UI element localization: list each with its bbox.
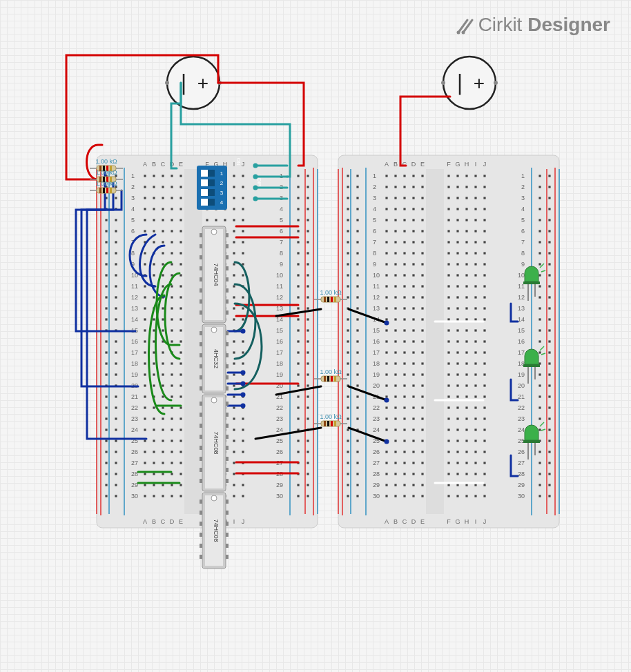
- svg-rect-795: [347, 362, 349, 364]
- svg-rect-249: [171, 329, 173, 331]
- svg-rect-490: [233, 495, 235, 497]
- svg-text:30: 30: [131, 493, 138, 500]
- svg-rect-937: [421, 451, 423, 453]
- svg-rect-43: [179, 186, 182, 188]
- svg-rect-629: [403, 241, 405, 243]
- svg-rect-236: [242, 318, 244, 320]
- svg-rect-602: [483, 219, 485, 221]
- svg-rect-866: [447, 406, 449, 408]
- svg-rect-1001: [421, 495, 423, 497]
- svg-rect-577: [385, 208, 387, 210]
- svg-rect-1065: [226, 299, 229, 304]
- ic-chip: 74HC08: [200, 493, 229, 569]
- svg-rect-303: [297, 373, 299, 375]
- svg-rect-646: [465, 252, 467, 254]
- svg-rect-77: [105, 219, 107, 221]
- svg-rect-217: [171, 307, 173, 309]
- svg-rect-929: [385, 451, 387, 453]
- svg-rect-813: [538, 373, 541, 375]
- brand-logo: Cirkit Designer: [455, 14, 610, 36]
- svg-rect-673: [385, 274, 387, 276]
- svg-rect-78: [115, 219, 117, 221]
- svg-rect-265: [171, 340, 173, 342]
- svg-text:16: 16: [373, 338, 380, 345]
- svg-text:17: 17: [518, 349, 525, 356]
- svg-rect-1108: [200, 500, 202, 504]
- svg-rect-738: [447, 318, 449, 320]
- svg-rect-841: [421, 384, 423, 386]
- svg-rect-536: [474, 175, 476, 177]
- svg-rect-966: [465, 473, 467, 475]
- power-source: |+: [441, 57, 498, 109]
- svg-rect-275: [144, 351, 146, 353]
- svg-rect-405: [153, 439, 155, 442]
- svg-rect-309: [153, 373, 155, 375]
- svg-rect-1114: [200, 533, 202, 537]
- svg-rect-399: [297, 439, 299, 442]
- svg-rect-526: [548, 175, 550, 177]
- svg-text:13: 13: [131, 305, 138, 312]
- svg-rect-446: [115, 473, 117, 475]
- svg-rect-121: [171, 241, 173, 243]
- circuit-canvas[interactable]: 1122334455667788991010111112121313141415…: [0, 0, 631, 672]
- svg-rect-805: [403, 362, 405, 364]
- svg-rect-1056: [200, 255, 202, 259]
- svg-rect-474: [233, 484, 235, 486]
- svg-rect-416: [307, 451, 309, 453]
- svg-rect-705: [385, 296, 387, 298]
- svg-rect-240: [307, 329, 309, 331]
- svg-rect-80: [307, 219, 309, 221]
- svg-text:5: 5: [521, 217, 525, 224]
- svg-rect-761: [421, 329, 423, 331]
- svg-text:2: 2: [131, 184, 135, 190]
- svg-rect-95: [297, 230, 299, 232]
- svg-rect-579: [394, 208, 396, 210]
- svg-rect-682: [483, 274, 485, 276]
- svg-rect-47: [297, 197, 299, 199]
- svg-rect-359: [162, 406, 164, 408]
- svg-rect-381: [105, 428, 107, 431]
- svg-rect-594: [447, 219, 449, 221]
- svg-rect-801: [385, 362, 387, 364]
- svg-rect-925: [538, 451, 541, 453]
- svg-rect-846: [548, 395, 550, 397]
- svg-rect-819: [394, 373, 396, 375]
- svg-rect-1078: [200, 364, 202, 368]
- svg-rect-223: [297, 318, 299, 320]
- svg-rect-857: [421, 395, 423, 397]
- svg-rect-859: [347, 406, 349, 408]
- svg-rect-627: [394, 241, 396, 243]
- svg-rect-750: [548, 329, 550, 331]
- svg-rect-851: [394, 395, 396, 397]
- svg-rect-660: [456, 263, 458, 265]
- svg-rect-910: [548, 439, 550, 442]
- svg-rect-279: [162, 351, 164, 353]
- svg-rect-282: [233, 351, 235, 353]
- svg-rect-778: [483, 340, 485, 342]
- svg-rect-1088: [200, 402, 202, 406]
- svg-rect-149: [153, 263, 155, 265]
- svg-rect-792: [474, 351, 476, 353]
- ic-chip: 74HC04: [200, 226, 229, 323]
- svg-rect-586: [483, 208, 485, 210]
- svg-rect-631: [412, 241, 414, 243]
- svg-rect-659: [394, 263, 396, 265]
- svg-rect-962: [447, 473, 449, 475]
- svg-rect-610: [447, 230, 449, 232]
- svg-text:6: 6: [131, 228, 135, 235]
- svg-rect-595: [394, 219, 396, 221]
- svg-rect-572: [356, 208, 358, 210]
- svg-rect-658: [447, 263, 449, 265]
- svg-text:21: 21: [131, 393, 138, 400]
- svg-rect-678: [465, 274, 467, 276]
- svg-rect-529: [385, 175, 387, 177]
- svg-rect-609: [385, 230, 387, 232]
- svg-rect-222: [115, 318, 117, 320]
- svg-rect-1053: [226, 233, 229, 237]
- svg-text:8: 8: [131, 250, 135, 257]
- svg-rect-1145: [331, 297, 333, 302]
- svg-rect-176: [307, 285, 309, 287]
- svg-rect-31: [297, 186, 299, 188]
- svg-rect-277: [153, 351, 155, 353]
- svg-rect-55: [162, 197, 164, 199]
